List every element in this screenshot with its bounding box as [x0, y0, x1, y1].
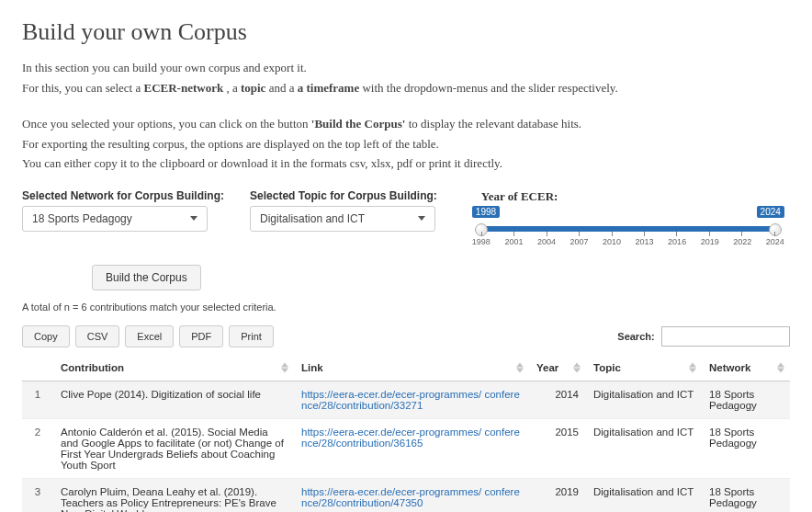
text: to display the relevant database hits.	[405, 117, 581, 131]
contribution-cell: Antonio Calderón et al. (2015). Social M…	[53, 418, 294, 478]
slider-tick-label: 2001	[504, 237, 523, 246]
build-corpus-button[interactable]: Build the Corpus	[92, 265, 201, 290]
slider-tick-label: 2019	[701, 237, 719, 246]
contribution-link[interactable]: https://eera-ecer.de/ecer-programmes/ co…	[301, 486, 520, 508]
col-label: Topic	[593, 362, 621, 373]
text: a timeframe	[298, 81, 360, 95]
topic-select[interactable]: Digitalisation and ICT	[250, 206, 435, 232]
topic-cell: Digitalisation and ICT	[586, 478, 702, 512]
year-cell: 2019	[529, 478, 586, 512]
intro-line: You can either copy it to the clipboard …	[22, 154, 790, 173]
col-topic[interactable]: Topic	[586, 355, 702, 381]
text: Once you selected your options, you can …	[22, 117, 311, 131]
intro-line: In this section you can build your own c…	[22, 59, 790, 77]
col-label: Network	[709, 362, 750, 373]
topic-value: Digitalisation and ICT	[260, 212, 365, 225]
slider-tick-label: 2004	[537, 237, 556, 246]
intro-line: Once you selected your options, you can …	[22, 115, 790, 133]
col-label: Link	[301, 362, 323, 373]
sort-icon	[281, 362, 288, 372]
table-row: 2Antonio Calderón et al. (2015). Social …	[22, 418, 790, 478]
row-index: 3	[22, 478, 53, 512]
col-link[interactable]: Link	[294, 355, 529, 381]
year-slider-label: Year of ECER:	[481, 189, 558, 203]
search-input[interactable]	[661, 326, 790, 347]
slider-max-badge: 2024	[757, 206, 784, 218]
slider-tick-label: 2022	[733, 237, 751, 246]
table-row: 1Clive Pope (2014). Digitization of soci…	[22, 381, 790, 418]
sort-icon	[777, 362, 784, 372]
year-cell: 2014	[529, 381, 586, 418]
intro-line: For exporting the resulting corpus, the …	[22, 135, 790, 154]
chevron-down-icon	[190, 216, 197, 221]
network-cell: 18 Sports Pedagogy	[702, 478, 790, 512]
sort-icon	[573, 362, 581, 372]
link-cell: https://eera-ecer.de/ecer-programmes/ co…	[294, 381, 529, 418]
slider-tick-label: 2007	[570, 237, 588, 246]
page-title: Build your own Corpus	[22, 18, 790, 46]
col-index[interactable]	[22, 355, 53, 381]
text: 'Build the Corpus'	[311, 117, 406, 131]
link-cell: https://eera-ecer.de/ecer-programmes/ co…	[294, 478, 529, 512]
results-table: Contribution Link Year Topic Network 1Cl…	[22, 355, 790, 513]
text: and a	[265, 81, 297, 95]
chevron-down-icon	[418, 216, 425, 221]
contribution-link[interactable]: https://eera-ecer.de/ecer-programmes/ co…	[301, 389, 520, 411]
network-value: 18 Sports Pedagogy	[32, 212, 132, 225]
topic-label: Selected Topic for Corpus Building:	[250, 189, 437, 202]
contribution-cell: Clive Pope (2014). Digitization of socia…	[53, 381, 294, 418]
network-select[interactable]: 18 Sports Pedagogy	[22, 206, 208, 232]
slider-tick-label: 2013	[636, 237, 654, 246]
slider-tick-label: 2016	[668, 237, 686, 246]
excel-button[interactable]: Excel	[125, 325, 174, 347]
slider-min-badge: 1998	[472, 206, 500, 218]
col-contribution[interactable]: Contribution	[53, 355, 294, 381]
pdf-button[interactable]: PDF	[179, 325, 223, 347]
copy-button[interactable]: Copy	[22, 325, 70, 347]
sort-icon	[689, 362, 696, 372]
row-index: 2	[22, 418, 53, 478]
network-cell: 18 Sports Pedagogy	[702, 418, 790, 478]
topic-cell: Digitalisation and ICT	[586, 418, 702, 478]
table-row: 3Carolyn Pluim, Deana Leahy et al. (2019…	[22, 478, 790, 512]
slider-tick-label: 2024	[766, 237, 784, 246]
result-summary: A total of n = 6 contributions match you…	[22, 302, 790, 313]
text: topic	[241, 81, 265, 95]
text: ECER-network	[144, 81, 224, 95]
slider-tick-label: 1998	[472, 237, 491, 246]
contribution-cell: Carolyn Pluim, Deana Leahy et al. (2019)…	[53, 478, 294, 512]
link-cell: https://eera-ecer.de/ecer-programmes/ co…	[294, 418, 529, 478]
print-button[interactable]: Print	[229, 325, 274, 347]
search-label: Search:	[617, 331, 654, 342]
text: For this, you can select a	[22, 81, 144, 95]
col-label: Year	[536, 362, 558, 373]
year-cell: 2015	[529, 418, 586, 478]
intro-text: In this section you can build your own c…	[22, 59, 790, 173]
row-index: 1	[22, 381, 53, 418]
col-label: Contribution	[61, 362, 124, 373]
network-cell: 18 Sports Pedagogy	[702, 381, 790, 418]
col-year[interactable]: Year	[529, 355, 586, 381]
slider-tick-labels: 1998200120042007201020132016201920222024	[472, 237, 784, 246]
slider-tick-label: 2010	[603, 237, 621, 246]
col-network[interactable]: Network	[702, 355, 790, 381]
csv-button[interactable]: CSV	[75, 325, 120, 347]
intro-line: For this, you can select a ECER-network …	[22, 79, 790, 97]
topic-cell: Digitalisation and ICT	[586, 381, 702, 418]
network-label: Selected Network for Corpus Building:	[22, 189, 224, 202]
contribution-link[interactable]: https://eera-ecer.de/ecer-programmes/ co…	[301, 427, 520, 449]
year-slider[interactable]: 1998 2024 199820012004200720102013201620…	[481, 213, 775, 250]
text: , a	[223, 81, 241, 95]
text: with the dropdown-menus and the slider r…	[359, 81, 617, 95]
sort-icon	[516, 362, 524, 372]
